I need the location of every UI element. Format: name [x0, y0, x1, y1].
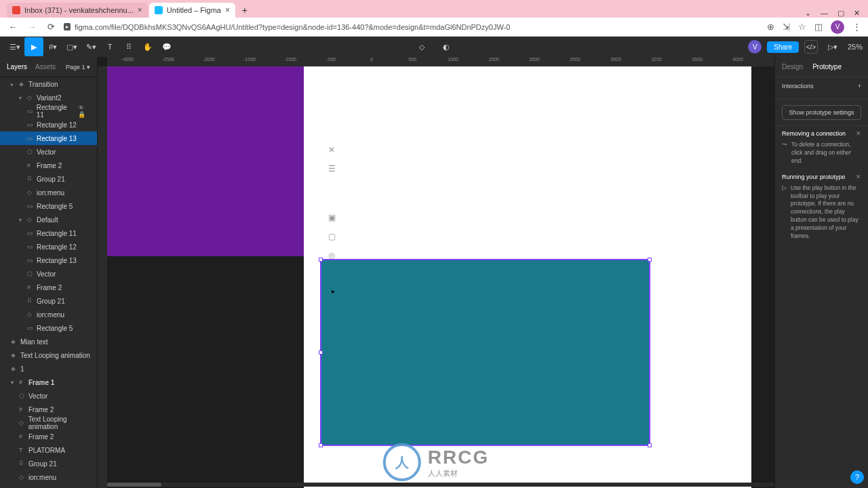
help-button[interactable]: ? [850, 470, 864, 484]
layer-item[interactable]: ⠿Group 21 [0, 457, 97, 470]
layer-item[interactable]: #Frame 2 [0, 403, 97, 416]
page-selector[interactable]: Page 1 ▾ [66, 64, 90, 70]
layer-item[interactable]: ⬡Vector [0, 389, 97, 403]
user-avatar[interactable]: V [748, 40, 762, 54]
close-tip-icon[interactable]: ✕ [856, 130, 861, 137]
menu-icon[interactable]: ☰ [328, 164, 336, 174]
close-tip-icon[interactable]: ✕ [856, 174, 861, 180]
watermark: 人 RRCG 人人素材 [383, 443, 489, 481]
layer-item[interactable]: ▭Rectangle 13 [0, 253, 97, 267]
layer-item[interactable]: ◈Mian text [0, 335, 97, 348]
selection-handle[interactable] [319, 443, 323, 447]
show-settings-button[interactable]: Show prototype settings [782, 105, 861, 120]
comment-tool[interactable]: 💬 [157, 37, 176, 56]
profile-avatar[interactable]: V [831, 20, 844, 34]
right-panel: Design Prototype Interactions + Show pro… [774, 57, 868, 488]
devmode-toggle[interactable]: </> [804, 40, 818, 54]
back-button[interactable]: ← [7, 21, 19, 33]
close-icon[interactable]: × [225, 5, 230, 15]
layer-item[interactable]: ⠿Group 21 [0, 294, 97, 308]
extensions-icon[interactable]: ◫ [814, 22, 823, 32]
layer-item[interactable]: ▭Rectangle 12 [0, 118, 97, 131]
canvas-rect-teal-selected[interactable] [320, 259, 650, 446]
layer-item[interactable]: ▾#Frame 1 [0, 375, 97, 389]
layer-item[interactable]: ▭Rectangle 5 [0, 321, 97, 335]
layer-item[interactable]: ◇ion:menu [0, 186, 97, 199]
play-icon: ▷ [782, 184, 787, 241]
layer-item[interactable]: ▸◈Transition [0, 77, 97, 91]
browser-tab-gmail[interactable]: Inbox (371) - venkateshchennu... × [7, 3, 148, 18]
selection-handle[interactable] [319, 350, 323, 354]
share-button[interactable]: Share [767, 41, 799, 53]
tab-title: Untitled – Figma [167, 6, 221, 14]
layer-item[interactable]: ▭Rectangle 11 [0, 226, 97, 240]
twitter-icon[interactable]: ▢ [328, 232, 336, 241]
layer-item[interactable]: ◇ion:menu [0, 308, 97, 321]
ruler-horizontal: -4000-2500-2000-1500-1000-50005001000150… [107, 57, 774, 66]
layer-item[interactable]: TPLATORMA [0, 443, 97, 457]
scrollbar-thumb[interactable] [107, 483, 161, 487]
mask-tool-icon[interactable]: ◐ [437, 37, 456, 56]
close-icon[interactable]: ✕ [328, 145, 336, 155]
visibility-icon[interactable]: 👁 🔒 [78, 104, 93, 118]
tab-assets[interactable]: Assets [35, 63, 56, 70]
close-icon[interactable]: × [138, 5, 142, 15]
menu-icon[interactable]: ⋮ [852, 22, 861, 32]
addressbar-icons: ⊕ ⇲ ☆ ◫ V ⋮ [767, 20, 861, 34]
canvas-scrollbar-h[interactable] [107, 483, 774, 487]
bookmark-icon[interactable]: ☆ [798, 22, 806, 32]
layer-item[interactable]: ▭Rectangle 12 [0, 240, 97, 253]
hand-tool[interactable]: ✋ [138, 37, 157, 56]
main-menu-button[interactable]: ☰▾ [5, 37, 24, 56]
browser-tab-figma[interactable]: Untitled – Figma × [149, 3, 235, 18]
maximize-icon[interactable]: ▢ [837, 9, 844, 18]
layer-item[interactable]: ◈Text Looping animation [0, 348, 97, 362]
text-tool[interactable]: T [100, 37, 119, 56]
section-title: Interactions [782, 83, 814, 89]
resources-tool[interactable]: ⠿ [119, 37, 138, 56]
frame-tool[interactable]: #▾ [43, 37, 62, 56]
minimize-icon[interactable]: — [821, 9, 828, 18]
shape-tool[interactable]: ▢▾ [62, 37, 81, 56]
tab-title: Inbox (371) - venkateshchennu... [24, 6, 134, 14]
layer-item[interactable]: ⬡Vector [0, 267, 97, 281]
facebook-icon[interactable]: ▣ [328, 213, 336, 222]
canvas-rect-purple[interactable] [107, 66, 304, 256]
layer-item[interactable]: #Frame 2 [0, 159, 97, 172]
layer-item[interactable]: #Frame 2 [0, 430, 97, 443]
new-tab-button[interactable]: + [237, 3, 253, 18]
layer-item[interactable]: ⬡Vector [0, 145, 97, 159]
url-field[interactable]: ▸ figma.com/file/DQDBkhsMKS3QNvQS6AAgHU/… [64, 23, 760, 31]
chevron-down-icon[interactable]: ⌄ [805, 9, 811, 18]
add-interaction-button[interactable]: + [858, 83, 861, 89]
layer-item[interactable]: #Frame 2 [0, 281, 97, 294]
install-icon[interactable]: ⇲ [783, 22, 790, 32]
layer-item[interactable]: ▾◇Default [0, 213, 97, 226]
reload-button[interactable]: ⟳ [45, 21, 57, 33]
close-window-icon[interactable]: ✕ [854, 9, 860, 18]
layer-item[interactable]: ▭Rectangle 11👁 🔒 [0, 104, 97, 118]
pen-tool[interactable]: ✎▾ [81, 37, 100, 56]
tab-design[interactable]: Design [782, 63, 803, 70]
tab-layers[interactable]: Layers [7, 63, 27, 70]
layer-item[interactable]: ◈1 [0, 362, 97, 375]
layer-item[interactable]: ◇ion:menu [0, 470, 97, 484]
tab-prototype[interactable]: Prototype [812, 63, 842, 70]
selection-handle[interactable] [319, 258, 323, 262]
forward-button[interactable]: → [26, 21, 38, 33]
prototype-settings-section: Show prototype settings [775, 100, 868, 126]
canvas[interactable]: -4000-2500-2000-1500-1000-50005001000150… [98, 57, 774, 488]
layer-item[interactable]: ▭Rectangle 5 [0, 199, 97, 213]
layer-item[interactable]: ◇Text Looping animation [0, 416, 97, 430]
layer-item[interactable]: ▾◇Variant2 [0, 91, 97, 104]
move-tool[interactable]: ▶ [24, 37, 43, 56]
component-tool-icon[interactable]: ◇ [412, 37, 431, 56]
present-button[interactable]: ▷▾ [823, 37, 842, 56]
selection-handle[interactable] [648, 443, 652, 447]
zoom-level[interactable]: 25% [848, 43, 863, 51]
layer-item[interactable]: ⠿Group 21 [0, 172, 97, 186]
zoom-icon[interactable]: ⊕ [767, 22, 774, 32]
site-info-icon[interactable]: ▸ [64, 23, 71, 30]
selection-handle[interactable] [648, 258, 652, 262]
layer-item-selected[interactable]: ▭Rectangle 13 [0, 131, 97, 145]
